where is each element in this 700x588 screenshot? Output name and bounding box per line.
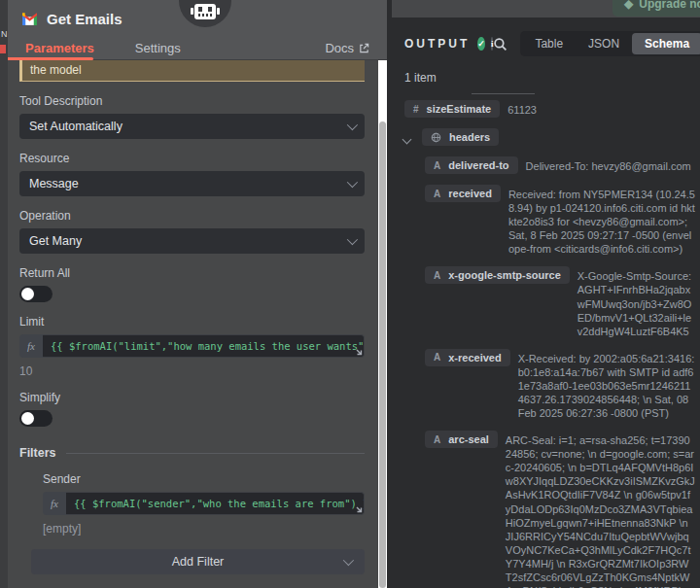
expand-expression-icon[interactable] (351, 502, 363, 513)
node-title: Get Emails (47, 11, 122, 27)
gmail-icon (21, 13, 38, 25)
schema-value: 61123 (508, 100, 695, 117)
schema-group-headers: headers (421, 128, 695, 146)
string-type-icon: A (434, 270, 440, 281)
view-tab-schema[interactable]: Schema (632, 33, 700, 54)
string-type-icon: A (434, 189, 440, 199)
gem-icon: ◆ (624, 0, 633, 11)
tab-settings[interactable]: Settings (135, 41, 181, 55)
sender-field: Sender fx {{ $fromAI("sender","who the e… (43, 472, 365, 536)
schema-row-received: A received Received: from NY5PMER134 (10… (425, 185, 695, 256)
external-link-icon (359, 43, 369, 53)
schema-key-badge[interactable]: # sizeEstimate (404, 100, 500, 118)
fx-icon: fx (43, 492, 66, 515)
return-all-toggle[interactable] (19, 286, 52, 302)
chevron-down-icon (347, 120, 358, 130)
chevron-down-icon (347, 177, 358, 188)
limit-expression-input[interactable]: {{ $fromAI("limit","how many emails the … (43, 334, 365, 358)
field-label: Tool Description (19, 94, 365, 108)
success-check-icon: ✓ (477, 37, 485, 51)
filters-section-header: Filters (19, 446, 365, 460)
string-type-icon: A (434, 434, 440, 445)
output-tools: Table JSON Schema (493, 31, 700, 56)
schema-row-x-google-smtp-source: A x-google-smtp-source X-Google-Smtp-Sou… (425, 266, 695, 337)
filters-body: Sender fx {{ $fromAI("sender","who the e… (19, 472, 365, 536)
field-label: Resource (19, 152, 365, 165)
schema-key-badge[interactable]: A x-google-smtp-source (425, 266, 570, 284)
canvas-edge-label: N (1, 29, 8, 39)
object-type-icon (431, 132, 441, 143)
schema-value: Delivered-To: hevzy86@gmail.com (526, 156, 695, 173)
string-type-icon: A (434, 352, 440, 363)
schema-key-badge[interactable]: headers (422, 128, 499, 146)
tool-description-field: Tool Description Set Automatically (19, 94, 365, 139)
limit-preview-value: 10 (19, 364, 365, 378)
limit-field: Limit fx {{ $fromAI("limit","how many em… (19, 315, 365, 378)
schema-tree: # sizeEstimate 61123 headers (392, 100, 700, 588)
simplify-toggle[interactable] (19, 410, 52, 427)
upgrade-button[interactable]: ◆ Upgrade now (612, 0, 700, 17)
view-mode-switcher: Table JSON Schema (520, 31, 700, 56)
schema-value: ARC-Seal: i=1; a=rsa-sha256; t=173902485… (506, 431, 695, 588)
collapse-chevron-icon[interactable] (402, 135, 412, 145)
schema-key-badge[interactable]: A x-received (425, 349, 510, 366)
field-label: Operation (19, 209, 365, 223)
add-filter-button[interactable]: Add Filter (31, 549, 365, 574)
scrollbar-thumb[interactable] (379, 121, 386, 588)
top-bar: ◆ Upgrade now (392, 0, 700, 17)
schema-value: Received: from NY5PMER134 (10.24.58.94) … (508, 185, 695, 256)
field-label: Return All (19, 266, 365, 280)
schema-row-arc-seal: A arc-seal ARC-Seal: i=1; a=rsa-sha256; … (425, 431, 695, 588)
output-header: OUTPUT ✓ i Table JSON Schema (392, 17, 700, 56)
limit-expression-row: fx {{ $fromAI("limit","how many emails t… (19, 334, 365, 358)
sender-expression-row: fx {{ $fromAI("sender","who the emails a… (43, 492, 365, 515)
field-label: Simplify (19, 391, 365, 404)
schema-row-delivered-to: A delivered-to Delivered-To: hevzy86@gma… (425, 156, 695, 174)
simplify-field: Simplify (19, 391, 365, 427)
return-all-field: Return All (19, 266, 365, 302)
tab-parameters[interactable]: Parameters (25, 41, 94, 55)
output-title: OUTPUT (404, 37, 470, 51)
docs-link[interactable]: Docs (325, 41, 369, 55)
node-settings-panel: Get Emails Parameters Settings Docs the … (8, 0, 387, 588)
field-label: Sender (43, 472, 365, 486)
schema-value: X-Received: by 2002:a05:6a21:3416:b0:1e8… (518, 349, 695, 420)
robot-icon (194, 4, 216, 19)
schema-key-badge[interactable]: A delivered-to (425, 156, 518, 174)
app-window: N Get Emails Parameters S (0, 0, 700, 588)
schema-row-size-estimate: # sizeEstimate 61123 (404, 100, 695, 118)
view-tab-json[interactable]: JSON (576, 33, 632, 54)
parameters-form: the model Tool Description Set Automatic… (8, 60, 387, 588)
schema-row-x-received: A x-received X-Received: by 2002:a05:6a2… (425, 349, 695, 420)
chevron-down-icon (347, 234, 358, 245)
output-panel: ◆ Upgrade now OUTPUT ✓ i Table JSON Sche… (392, 0, 700, 588)
operation-field: Operation Get Many (19, 209, 365, 254)
scrolled-row-divider (472, 93, 535, 94)
chevron-down-icon (343, 555, 354, 566)
operation-select[interactable]: Get Many (19, 228, 365, 254)
workflow-canvas-edge: N (0, 0, 8, 588)
resource-field: Resource Message (19, 152, 365, 196)
sender-expression-input[interactable]: {{ $fromAI("sender","who the emails are … (66, 492, 365, 515)
tool-description-select[interactable]: Set Automatically (19, 114, 365, 139)
items-count: 1 item (404, 71, 700, 85)
fx-icon: fx (19, 334, 43, 358)
schema-value: X-Google-Smtp-Source: AGHT+IFnrhBHa2jqab… (578, 266, 695, 337)
sender-preview-value: [empty] (43, 522, 365, 536)
node-tab-bar: Parameters Settings Docs (8, 37, 387, 60)
search-icon[interactable] (493, 37, 508, 52)
expand-expression-icon[interactable] (351, 344, 363, 356)
schema-key-badge[interactable]: A arc-seal (425, 431, 498, 448)
field-label: Limit (19, 315, 365, 329)
panel-scrollbar[interactable] (378, 60, 387, 588)
string-type-icon: A (434, 160, 440, 171)
schema-key-badge[interactable]: A received (425, 185, 501, 202)
resource-select[interactable]: Message (19, 171, 365, 196)
canvas-edge-marker (0, 45, 6, 53)
view-tab-table[interactable]: Table (522, 33, 576, 54)
notice-callout: the model (19, 60, 365, 82)
number-type-icon: # (413, 104, 419, 115)
